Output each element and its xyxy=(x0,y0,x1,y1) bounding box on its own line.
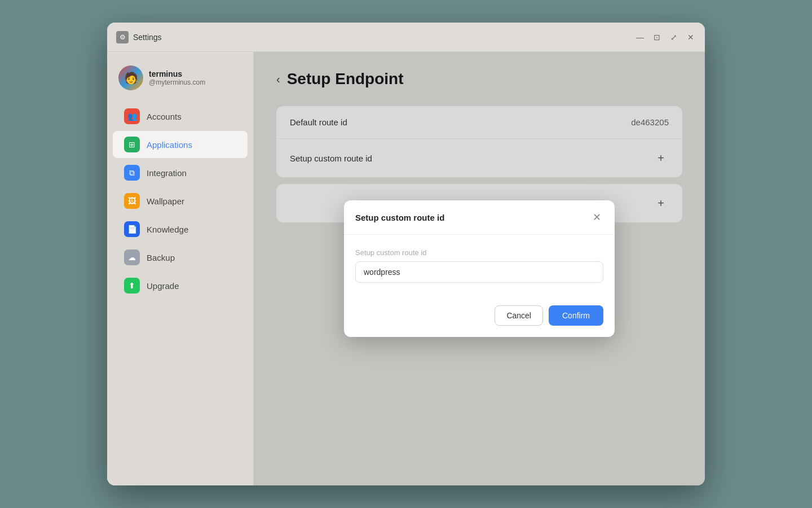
user-name: terminus xyxy=(149,69,205,78)
cancel-button[interactable]: Cancel xyxy=(495,305,543,326)
modal-footer: Cancel Confirm xyxy=(344,296,615,337)
integration-label: Integration xyxy=(147,168,187,178)
modal-header: Setup custom route id ✕ xyxy=(344,200,615,235)
applications-icon: ⊞ xyxy=(124,137,140,152)
knowledge-icon: 📄 xyxy=(124,221,140,237)
main-content: 🧑 terminus @myterminus.com 👥 Accounts ⊞ … xyxy=(107,52,705,485)
sidebar-item-applications[interactable]: ⊞ Applications xyxy=(113,131,248,158)
integration-icon: ⧉ xyxy=(124,165,140,181)
window-title: Settings xyxy=(133,33,162,42)
modal-close-button[interactable]: ✕ xyxy=(590,211,603,224)
upgrade-label: Upgrade xyxy=(147,281,179,291)
sidebar-item-upgrade[interactable]: ⬆ Upgrade xyxy=(113,272,248,299)
modal-body: Setup custom route id xyxy=(344,235,615,296)
route-id-input[interactable] xyxy=(355,261,603,283)
user-profile: 🧑 terminus @myterminus.com xyxy=(107,61,253,102)
field-label: Setup custom route id xyxy=(355,248,603,257)
titlebar: ⚙ Settings — ⊡ ⤢ ✕ xyxy=(107,23,705,52)
app-icon: ⚙ xyxy=(116,31,129,43)
modal-overlay: Setup custom route id ✕ Setup custom rou… xyxy=(254,52,705,485)
titlebar-left: ⚙ Settings xyxy=(116,31,162,43)
wallpaper-icon: 🖼 xyxy=(124,193,140,209)
avatar: 🧑 xyxy=(118,65,143,90)
knowledge-label: Knowledge xyxy=(147,225,188,234)
content-area: ‹ Setup Endpoint Default route id de4632… xyxy=(254,52,705,485)
maximize-button[interactable]: ⊡ xyxy=(652,32,662,42)
upgrade-icon: ⬆ xyxy=(124,278,140,294)
accounts-icon: 👥 xyxy=(124,108,140,124)
user-email: @myterminus.com xyxy=(149,78,205,86)
external-button[interactable]: ⤢ xyxy=(669,32,679,42)
confirm-button[interactable]: Confirm xyxy=(549,305,603,326)
user-info: terminus @myterminus.com xyxy=(149,69,205,86)
minimize-button[interactable]: — xyxy=(635,32,645,42)
sidebar-item-integration[interactable]: ⧉ Integration xyxy=(113,159,248,186)
modal-dialog: Setup custom route id ✕ Setup custom rou… xyxy=(344,200,615,337)
backup-label: Backup xyxy=(147,253,175,262)
app-window: ⚙ Settings — ⊡ ⤢ ✕ 🧑 terminus @myterminu… xyxy=(107,23,705,485)
accounts-label: Accounts xyxy=(147,112,182,121)
sidebar-item-knowledge[interactable]: 📄 Knowledge xyxy=(113,216,248,243)
sidebar-item-wallpaper[interactable]: 🖼 Wallpaper xyxy=(113,187,248,214)
sidebar-item-backup[interactable]: ☁ Backup xyxy=(113,244,248,271)
sidebar-item-accounts[interactable]: 👥 Accounts xyxy=(113,103,248,130)
sidebar: 🧑 terminus @myterminus.com 👥 Accounts ⊞ … xyxy=(107,52,254,485)
wallpaper-label: Wallpaper xyxy=(147,196,184,206)
close-button[interactable]: ✕ xyxy=(686,32,696,42)
window-controls: — ⊡ ⤢ ✕ xyxy=(635,32,696,42)
backup-icon: ☁ xyxy=(124,249,140,265)
applications-label: Applications xyxy=(147,140,192,150)
modal-title: Setup custom route id xyxy=(355,213,444,222)
